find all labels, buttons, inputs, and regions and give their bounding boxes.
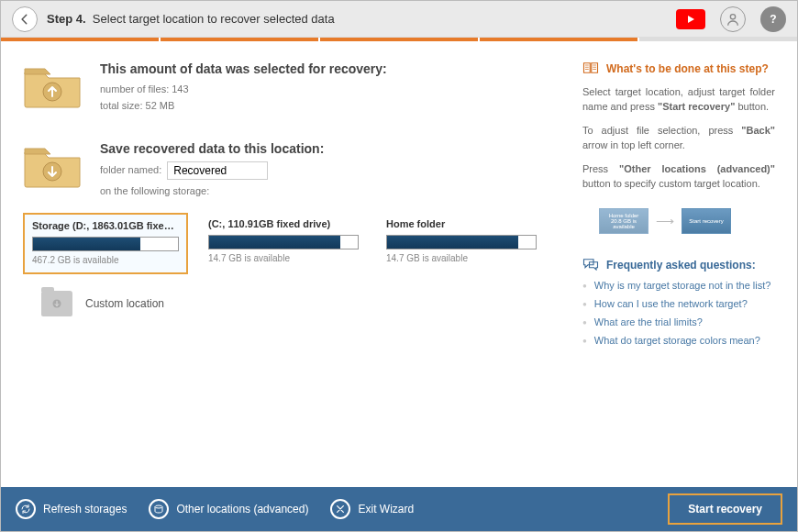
target-heading: Save recovered data to this location:: [100, 141, 564, 156]
storage-label: on the following storage:: [100, 183, 564, 200]
storage-card-d[interactable]: Storage (D:, 1863.01GB fixed drive) 467.…: [23, 213, 188, 274]
refresh-storages-button[interactable]: Refresh storages: [16, 499, 127, 519]
help-p1: Select target location, adjust target fo…: [582, 85, 775, 115]
help-icon[interactable]: ?: [760, 6, 786, 32]
usage-bar: [208, 235, 359, 249]
files-count: number of files: 143: [100, 82, 387, 98]
summary-heading: This amount of data was selected for rec…: [100, 61, 387, 76]
drive-icon: [149, 499, 169, 519]
folder-up-icon: [23, 61, 82, 109]
faq-title: Frequently asked questions:: [606, 259, 756, 272]
faq-link[interactable]: Why is my target storage not in the list…: [582, 280, 775, 293]
usage-bar: [32, 237, 179, 251]
help-p3: Press "Other locations (advanced)" butto…: [582, 162, 775, 192]
start-recovery-button[interactable]: Start recovery: [668, 493, 782, 525]
chat-icon: [582, 258, 599, 272]
storage-card-home[interactable]: Home folder 14.7 GB is available: [379, 213, 544, 274]
custom-location-button[interactable]: Custom location: [41, 291, 564, 316]
page-title: Step 4. Select target location to recove…: [47, 12, 335, 26]
svg-point-4: [155, 505, 162, 508]
youtube-icon[interactable]: [676, 9, 705, 29]
folder-name-input[interactable]: [167, 161, 268, 180]
total-size: total size: 52 MB: [100, 98, 387, 115]
sidebar-title: What's to be done at this step?: [606, 62, 769, 75]
help-illustration: Home folder 20.8 GB is available ⟶ Start…: [599, 208, 775, 234]
refresh-icon: [16, 499, 36, 519]
other-locations-button[interactable]: Other locations (advanced): [149, 499, 308, 519]
close-icon: [330, 499, 350, 519]
folder-down-icon: [23, 141, 82, 189]
help-p2: To adjust file selection, press "Back" a…: [582, 124, 775, 153]
custom-folder-icon: [41, 291, 72, 316]
folder-name-label: folder named:: [100, 162, 161, 179]
book-icon: [582, 61, 599, 76]
usage-bar: [386, 235, 537, 249]
faq-link[interactable]: How can I use the network target?: [582, 298, 775, 311]
exit-wizard-button[interactable]: Exit Wizard: [330, 499, 414, 519]
svg-point-0: [730, 14, 735, 18]
faq-link[interactable]: What do target storage colors mean?: [582, 335, 775, 348]
storage-card-c[interactable]: (C:, 110.91GB fixed drive) 14.7 GB is av…: [201, 213, 366, 274]
faq-link[interactable]: What are the trial limits?: [582, 316, 775, 329]
back-button[interactable]: [12, 6, 38, 32]
user-icon[interactable]: [720, 6, 746, 32]
arrow-right-icon: ⟶: [656, 214, 674, 228]
